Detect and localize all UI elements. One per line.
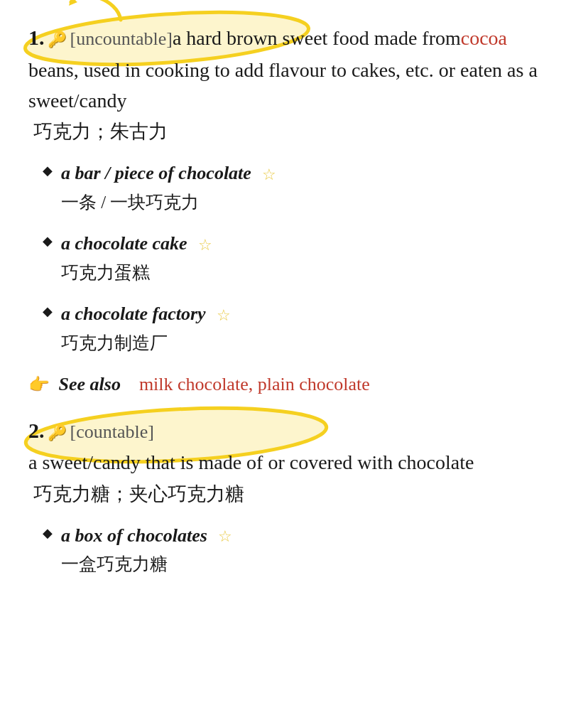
cocoa-link[interactable]: cocoa [461, 23, 507, 53]
example-item-2-1: ◆ a box of chocolates ☆ 一盒巧克力糖 [43, 520, 560, 579]
see-also-link-milk[interactable]: milk chocolate [139, 374, 249, 394]
examples-list-1: ◆ a bar / piece of chocolate ☆ 一条 / 一块巧克… [43, 157, 560, 357]
diamond-bullet-3: ◆ [43, 302, 53, 322]
example-chinese-1-2: 巧克力蛋糕 [61, 259, 560, 287]
key-icon-1: 🔑 [48, 28, 67, 52]
example-item-1-3: ◆ a chocolate factory ☆ 巧克力制造厂 [43, 298, 560, 357]
see-also-comma: , [249, 374, 258, 394]
example-content-2-1: a box of chocolates ☆ 一盒巧克力糖 [61, 520, 560, 579]
example-chinese-2-1: 一盒巧克力糖 [61, 551, 560, 579]
star-icon-1-1[interactable]: ☆ [262, 163, 276, 187]
grammar-label-2: [countable] [70, 418, 154, 446]
see-also-link-plain[interactable]: plain chocolate [258, 374, 370, 394]
sense-number-2: 2. [28, 414, 45, 448]
diamond-bullet: ◆ [43, 161, 53, 181]
definition-chinese-1: 巧克力；朱古力 [28, 117, 168, 147]
example-content-1-3: a chocolate factory ☆ 巧克力制造厂 [61, 298, 560, 357]
definition-text-1a: a hard brown sweet food made from [173, 23, 461, 53]
definition-text-2: a sweet/candy that is made of or covered… [28, 447, 474, 478]
sense-number-1: 1. [28, 21, 45, 55]
example-chinese-1-1: 一条 / 一块巧克力 [61, 189, 560, 217]
example-item-1-1: ◆ a bar / piece of chocolate ☆ 一条 / 一块巧克… [43, 157, 560, 216]
example-chinese-1-3: 巧克力制造厂 [61, 330, 560, 357]
key-icon-2: 🔑 [48, 421, 67, 445]
example-item-1-2: ◆ a chocolate cake ☆ 巧克力蛋糕 [43, 227, 560, 286]
star-icon-1-2[interactable]: ☆ [198, 233, 212, 257]
example-phrase-1-2: a chocolate cake [61, 233, 187, 254]
examples-list-2: ◆ a box of chocolates ☆ 一盒巧克力糖 [43, 520, 560, 579]
star-icon-2-1[interactable]: ☆ [218, 525, 232, 549]
grammar-label-1: [uncountable] [70, 25, 173, 53]
definition-chinese-2: 巧克力糖；夹心巧克力糖 [28, 480, 244, 510]
example-content-1-1: a bar / piece of chocolate ☆ 一条 / 一块巧克力 [61, 157, 560, 216]
entry-section-1: 1. 🔑 [uncountable] a hard brown sweet fo… [28, 21, 560, 399]
definition-text-1b: beans, used in cooking to add flavour to… [28, 55, 560, 117]
example-phrase-1-1: a bar / piece of chocolate [61, 163, 251, 183]
see-also-spacer [125, 374, 134, 394]
diamond-bullet-2: ◆ [43, 232, 53, 252]
example-content-1-2: a chocolate cake ☆ 巧克力蛋糕 [61, 227, 560, 286]
entry-section-2: 2. 🔑 [countable] a sweet/candy that is m… [28, 414, 560, 579]
see-also-icon: 👉 [28, 375, 50, 394]
diamond-bullet-4: ◆ [43, 524, 53, 544]
arrow-top-icon [67, 0, 131, 23]
see-also-label: See also [59, 374, 121, 394]
example-phrase-2-1: a box of chocolates [61, 525, 207, 546]
star-icon-1-3[interactable]: ☆ [217, 303, 231, 328]
see-also-section: 👉 See also milk chocolate, plain chocola… [28, 370, 560, 399]
svg-marker-1 [69, 0, 77, 6]
example-phrase-1-3: a chocolate factory [61, 303, 206, 324]
